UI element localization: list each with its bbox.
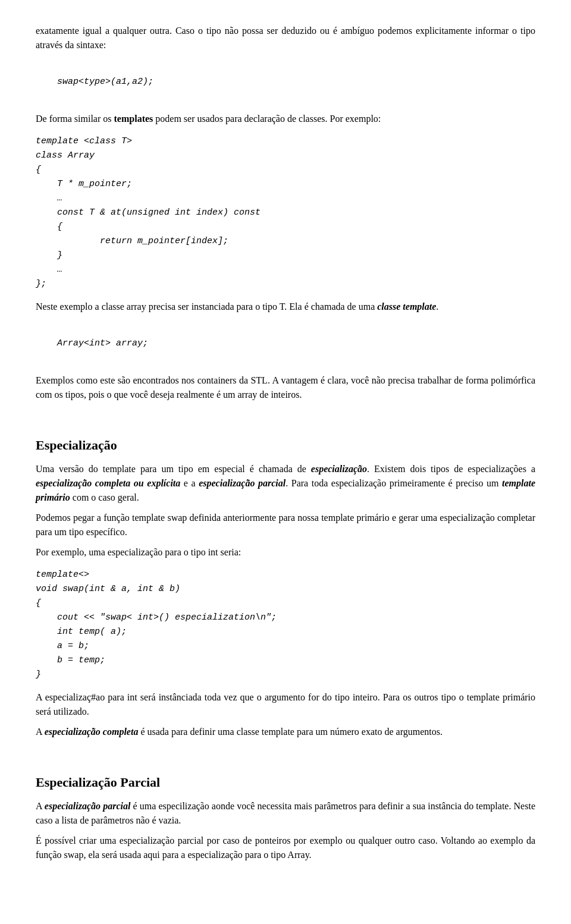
template-class-code: template <class T> class Array { T * m_p… [36, 134, 535, 291]
especializacao-heading: Especialização [36, 435, 535, 455]
esp-code-block: template<> void swap(int & a, int & b) {… [36, 568, 535, 682]
esp-paragraph-4: A especializaç#ao para int será instânci… [36, 690, 535, 719]
intro-paragraph-2: De forma similar os templates podem ser … [36, 112, 535, 126]
after-code-paragraph: Neste exemplo a classe array precisa ser… [36, 300, 535, 314]
intro-paragraph-1: exatamente igual a qualquer outra. Caso … [36, 24, 535, 52]
esp-paragraph-5: A especialização completa é usada para d… [36, 725, 535, 739]
esp-parcial-paragraph-2: É possível criar uma especialização parc… [36, 834, 535, 862]
page-content: exatamente igual a qualquer outra. Caso … [36, 24, 535, 862]
array-int-code: Array<int> array; [36, 322, 535, 365]
containers-paragraph: Exemplos como este são encontrados nos c… [36, 373, 535, 402]
esp-parcial-paragraph-1: A especialização parcial é uma especiliz… [36, 799, 535, 828]
swap-syntax-code: swap<type>(a1,a2); [36, 61, 535, 103]
esp-paragraph-1: Uma versão do template para um tipo em e… [36, 462, 535, 505]
esp-parcial-heading: Especialização Parcial [36, 772, 535, 792]
esp-paragraph-3: Por exemplo, uma especialização para o t… [36, 545, 535, 560]
esp-paragraph-2: Podemos pegar a função template swap def… [36, 511, 535, 539]
